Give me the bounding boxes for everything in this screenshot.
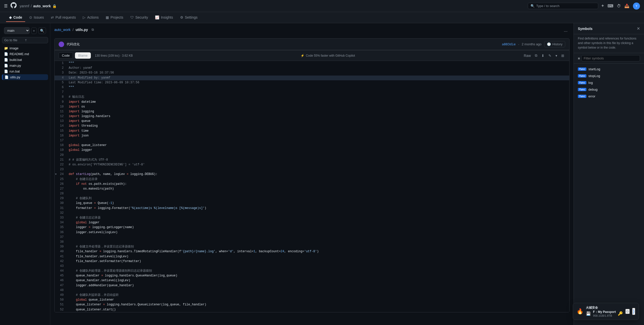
line-number[interactable]: 2 <box>55 66 67 70</box>
line-number[interactable]: 38 <box>55 240 67 244</box>
line-number[interactable]: 16 <box>55 133 67 138</box>
line-number[interactable]: 41 <box>55 254 67 259</box>
file-item-run[interactable]: 📄 run.bat <box>2 68 48 74</box>
tab-pull-requests[interactable]: ⇄ Pull requests <box>48 13 79 22</box>
avatar[interactable]: Y <box>633 3 640 10</box>
symbol-item-log[interactable]: func log <box>574 79 644 86</box>
line-number[interactable]: 12 <box>55 114 67 119</box>
symbol-item-stoplog[interactable]: func stopLog <box>574 73 644 79</box>
symbol-item-debug[interactable]: func debug <box>574 86 644 93</box>
line-number[interactable]: 27 <box>55 187 67 191</box>
line-number[interactable]: 34 <box>55 220 67 225</box>
line-number[interactable]: 9 <box>55 100 67 104</box>
timer-icon[interactable]: ⏱ <box>617 4 621 8</box>
line-number[interactable]: 33 <box>55 215 67 220</box>
notification-expand-button[interactable]: ⟩ <box>632 308 635 315</box>
line-number[interactable]: 3 <box>55 70 67 75</box>
line-number[interactable]: 29 <box>55 196 67 201</box>
line-number[interactable]: 49 <box>55 293 67 298</box>
repo-link[interactable]: auto_work <box>54 28 71 32</box>
breadcrumb-user[interactable]: yanmf <box>20 4 29 8</box>
line-number[interactable]: 18 <box>55 143 67 148</box>
line-number[interactable]: 31 <box>55 206 67 211</box>
fold-button[interactable]: ▼ <box>55 172 59 176</box>
tab-issues[interactable]: ⊙ Issues <box>26 13 47 22</box>
plus-icon[interactable]: + <box>601 3 604 9</box>
goto-file-input[interactable]: Go to file T <box>2 37 48 43</box>
symbol-item-startlog[interactable]: func startLog <box>574 66 644 73</box>
line-number[interactable]: 28 <box>55 191 67 196</box>
add-file-button[interactable]: + <box>31 27 37 34</box>
line-number[interactable]: 22 <box>55 162 67 167</box>
notification-settings-button[interactable]: ⚙ <box>625 309 630 314</box>
line-number[interactable]: 17 <box>55 138 67 143</box>
raw-button[interactable]: Raw <box>523 53 532 59</box>
symbol-item-error[interactable]: func error <box>574 93 644 100</box>
line-number[interactable]: 30 <box>55 201 67 206</box>
line-number[interactable]: 32 <box>55 211 67 215</box>
more-options-button[interactable]: ··· <box>562 28 570 35</box>
line-number[interactable]: 47 <box>55 283 67 288</box>
download-button[interactable]: ⬇ <box>540 53 545 59</box>
tab-settings[interactable]: ⚙ Settings <box>177 13 201 22</box>
line-number[interactable]: 44 <box>55 269 67 273</box>
tab-security[interactable]: 🛡 Security <box>127 13 151 22</box>
line-number[interactable]: 11 <box>55 109 67 114</box>
branch-select[interactable]: main <box>4 27 30 34</box>
tab-actions[interactable]: ▷ Actions <box>80 13 102 22</box>
symbols-toggle[interactable]: ⊞ <box>560 53 565 59</box>
line-number[interactable]: 23 <box>55 167 67 172</box>
edit-button[interactable]: ✎ <box>547 53 552 59</box>
line-number[interactable]: 42 <box>55 259 67 264</box>
line-number[interactable]: 46 <box>55 278 67 283</box>
file-item-utils[interactable]: 📄 utils.py <box>2 74 48 80</box>
history-button[interactable]: 🕐 History <box>544 41 565 47</box>
code-view-tab[interactable]: Code <box>59 52 73 59</box>
copy-raw-button[interactable]: ⧉ <box>534 52 538 59</box>
search-bar[interactable]: 🔍 Type / to search <box>528 3 598 9</box>
line-number[interactable]: 7 <box>55 90 67 95</box>
tab-projects[interactable]: ▦ Projects <box>103 13 126 22</box>
line-number[interactable]: 1 <box>55 61 67 66</box>
search-files-button[interactable]: 🔍 <box>38 27 46 34</box>
line-number[interactable]: 10 <box>55 104 67 109</box>
line-number[interactable]: 4 <box>55 76 67 80</box>
tab-insights[interactable]: 📈 Insights <box>152 13 176 22</box>
blame-view-tab[interactable]: Blame <box>75 52 91 59</box>
inbox-icon[interactable]: 📥 <box>624 4 629 8</box>
line-number[interactable]: 35 <box>55 225 67 230</box>
tab-code[interactable]: ◈ Code <box>6 13 25 22</box>
line-number[interactable]: 48 <box>55 288 67 293</box>
terminal-icon[interactable]: ⌨ <box>608 4 613 8</box>
line-number[interactable]: 40 <box>55 249 67 254</box>
more-code-options[interactable]: ▾ <box>554 53 558 59</box>
line-number[interactable]: 20 <box>55 153 67 158</box>
line-number[interactable]: 43 <box>55 264 67 269</box>
file-item-build[interactable]: 📄 build.bat <box>2 57 48 63</box>
line-number[interactable]: 45 <box>55 273 67 278</box>
line-number[interactable]: 15 <box>55 129 67 133</box>
commit-hash[interactable]: a803die <box>502 42 516 46</box>
line-number[interactable]: 36 <box>55 230 67 235</box>
line-number[interactable]: 13 <box>55 119 67 124</box>
line-number[interactable]: 14 <box>55 124 67 128</box>
file-item-main[interactable]: 📄 main.py <box>2 63 48 68</box>
line-number[interactable]: 37 <box>55 235 67 240</box>
hamburger-menu[interactable]: ☰ <box>4 4 8 8</box>
line-number[interactable]: 39 <box>55 244 67 249</box>
symbols-close-button[interactable]: ✕ <box>637 26 640 31</box>
breadcrumb-repo[interactable]: auto_work <box>33 4 51 8</box>
line-number[interactable]: 25 <box>55 177 67 182</box>
copy-path-button[interactable]: ⧉ <box>90 27 95 32</box>
line-number[interactable]: 52 <box>55 307 67 312</box>
line-number[interactable]: 26 <box>55 182 67 187</box>
line-number[interactable]: 21 <box>55 158 67 162</box>
line-number[interactable]: 5 <box>55 80 67 85</box>
file-item-readme[interactable]: 📄 README.md <box>2 51 48 57</box>
copilot-badge[interactable]: ⚡ Code 55% faster with GitHub Copilot <box>301 54 355 57</box>
line-number[interactable]: 50 <box>55 298 67 302</box>
line-number[interactable]: 8 <box>55 95 67 99</box>
file-item-image[interactable]: 📁 image <box>2 45 48 51</box>
line-number[interactable]: 51 <box>55 302 67 307</box>
line-number[interactable]: 19 <box>55 148 67 153</box>
